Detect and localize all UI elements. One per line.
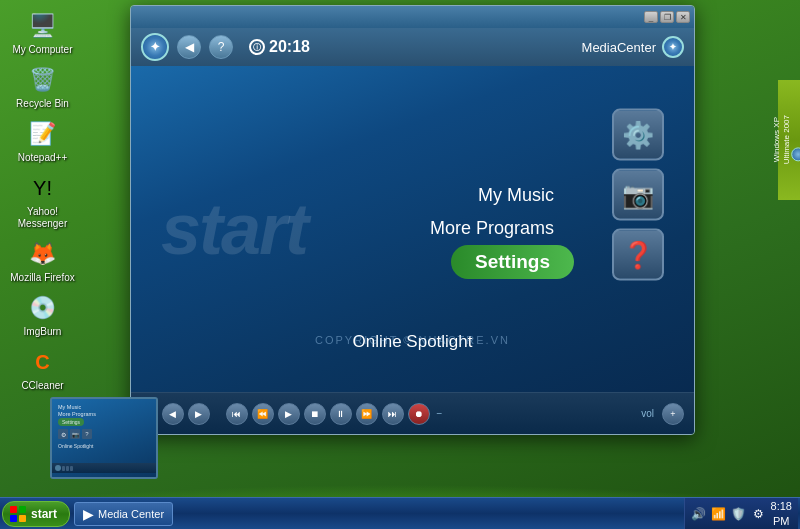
brand-label: MediaCenter ✦ bbox=[582, 36, 684, 58]
notepad-label: Notepad++ bbox=[18, 152, 68, 164]
imgburn-label: ImgBurn bbox=[24, 326, 62, 338]
record-button[interactable]: ⏺ bbox=[408, 403, 430, 425]
menu-item-settings[interactable]: Settings bbox=[451, 245, 574, 279]
titlebar: _ ❐ ✕ bbox=[131, 6, 694, 28]
desktop-icons-container: 🖥️ My Computer 🗑️ Recycle Bin 📝 Notepad+… bbox=[10, 10, 75, 392]
main-content: start My Music More Programs Settings ⚙️… bbox=[131, 66, 694, 392]
windows-logo-icon bbox=[9, 505, 27, 523]
svg-rect-3 bbox=[19, 515, 26, 522]
minus-button[interactable]: − bbox=[437, 408, 443, 419]
my-computer-icon: 🖥️ bbox=[27, 10, 59, 42]
skip-forward-button[interactable]: ⏭ bbox=[382, 403, 404, 425]
svg-rect-1 bbox=[19, 506, 26, 513]
tray-security-icon[interactable]: 🛡️ bbox=[731, 506, 747, 522]
next-channel-button[interactable]: ▶ bbox=[188, 403, 210, 425]
volume-up-button[interactable]: + bbox=[662, 403, 684, 425]
yahoo-messenger-icon: Y! bbox=[27, 172, 59, 204]
system-clock: 8:18 PM bbox=[771, 499, 792, 528]
settings-icons: ⚙️ 📷 ❓ bbox=[612, 109, 664, 281]
desktop-icon-firefox[interactable]: 🦊 Mozilla Firefox bbox=[10, 238, 75, 284]
taskbar-media-center-item[interactable]: ▶ Media Center bbox=[74, 502, 173, 526]
stop-button[interactable]: ⏹ bbox=[304, 403, 326, 425]
online-spotlight-label[interactable]: Online Spotlight bbox=[352, 332, 472, 351]
menu-item-more-programs[interactable]: More Programs bbox=[410, 212, 574, 245]
thumbnail-content: My Music More Programs Settings ⚙ 📷 ? On… bbox=[52, 399, 156, 477]
help-button[interactable]: ? bbox=[209, 35, 233, 59]
xp-badge-text: Windows XP Ultimate 2007 bbox=[772, 115, 800, 164]
restore-button[interactable]: ❐ bbox=[660, 11, 674, 23]
desktop-icon-recycle-bin[interactable]: 🗑️ Recycle Bin bbox=[10, 64, 75, 110]
recycle-bin-icon: 🗑️ bbox=[27, 64, 59, 96]
time-display: ⓘ 20:18 bbox=[249, 38, 310, 56]
system-tray: 🔊 📶 🛡️ ⚙ 8:18 PM bbox=[684, 498, 798, 529]
rewind-button[interactable]: ⏪ bbox=[252, 403, 274, 425]
settings-gear-button[interactable]: ⚙️ bbox=[612, 109, 664, 161]
tray-volume-icon[interactable]: 📶 bbox=[711, 506, 727, 522]
firefox-label: Mozilla Firefox bbox=[10, 272, 74, 284]
taskbar-item-icon: ▶ bbox=[83, 506, 94, 522]
menu-item-my-music[interactable]: My Music bbox=[458, 179, 574, 212]
desktop-icon-ccleaner[interactable]: C CCleaner bbox=[10, 346, 75, 392]
taskbar: start ▶ Media Center 🔊 📶 🛡️ ⚙ 8:18 PM bbox=[0, 497, 800, 529]
thumbnail-preview[interactable]: My Music More Programs Settings ⚙ 📷 ? On… bbox=[50, 397, 158, 479]
prev-channel-button[interactable]: ◀ bbox=[162, 403, 184, 425]
time-icon: ⓘ bbox=[249, 39, 265, 55]
brand-text: MediaCenter bbox=[582, 40, 656, 55]
media-center-window: _ ❐ ✕ ✦ ◀ ? ⓘ 20:18 MediaCenter ✦ bbox=[130, 5, 695, 435]
fast-forward-button[interactable]: ⏩ bbox=[356, 403, 378, 425]
playback-controls: ch ◀ ▶ ⏮ ⏪ ▶ ⏹ ⏸ ⏩ ⏭ ⏺ − vol + bbox=[131, 392, 694, 434]
ccleaner-label: CCleaner bbox=[21, 380, 63, 392]
desktop: 🖥️ My Computer 🗑️ Recycle Bin 📝 Notepad+… bbox=[0, 0, 800, 529]
ccleaner-icon: C bbox=[27, 346, 59, 378]
skip-back-button[interactable]: ⏮ bbox=[226, 403, 248, 425]
yahoo-messenger-label: Yahoo! Messenger bbox=[10, 206, 75, 230]
mc-logo-icon[interactable]: ✦ bbox=[141, 33, 169, 61]
svg-rect-2 bbox=[10, 515, 17, 522]
settings-help-button[interactable]: ❓ bbox=[612, 229, 664, 281]
svg-rect-0 bbox=[10, 506, 17, 513]
desktop-icon-yahoo-messenger[interactable]: Y! Yahoo! Messenger bbox=[10, 172, 75, 230]
desktop-icon-imgburn[interactable]: 💿 ImgBurn bbox=[10, 292, 75, 338]
play-button[interactable]: ▶ bbox=[278, 403, 300, 425]
minimize-button[interactable]: _ bbox=[644, 11, 658, 23]
start-label: start bbox=[31, 507, 57, 521]
start-button[interactable]: start bbox=[2, 501, 70, 527]
tray-update-icon[interactable]: ⚙ bbox=[751, 506, 767, 522]
xp-side-badge[interactable]: Windows XP Ultimate 2007 bbox=[778, 80, 800, 200]
clock-time: 8:18 bbox=[771, 499, 792, 513]
window-controls: _ ❐ ✕ bbox=[644, 11, 690, 23]
taskbar-item-label: Media Center bbox=[98, 508, 164, 520]
pause-button[interactable]: ⏸ bbox=[330, 403, 352, 425]
recycle-bin-label: Recycle Bin bbox=[16, 98, 69, 110]
clock-ampm: PM bbox=[771, 514, 792, 528]
main-menu: My Music More Programs Settings bbox=[131, 179, 694, 279]
desktop-icon-my-computer[interactable]: 🖥️ My Computer bbox=[10, 10, 75, 56]
my-computer-label: My Computer bbox=[12, 44, 72, 56]
settings-camera-button[interactable]: 📷 bbox=[612, 169, 664, 221]
brand-logo-icon: ✦ bbox=[662, 36, 684, 58]
imgburn-icon: 💿 bbox=[27, 292, 59, 324]
volume-label: vol bbox=[641, 408, 654, 419]
desktop-icon-notepad[interactable]: 📝 Notepad++ bbox=[10, 118, 75, 164]
firefox-icon: 🦊 bbox=[27, 238, 59, 270]
back-button[interactable]: ◀ bbox=[177, 35, 201, 59]
toolbar: ✦ ◀ ? ⓘ 20:18 MediaCenter ✦ bbox=[131, 28, 694, 66]
time-value: 20:18 bbox=[269, 38, 310, 56]
tray-network-icon[interactable]: 🔊 bbox=[691, 506, 707, 522]
online-spotlight-section: Online Spotlight bbox=[131, 332, 694, 352]
notepad-icon: 📝 bbox=[27, 118, 59, 150]
close-button[interactable]: ✕ bbox=[676, 11, 690, 23]
